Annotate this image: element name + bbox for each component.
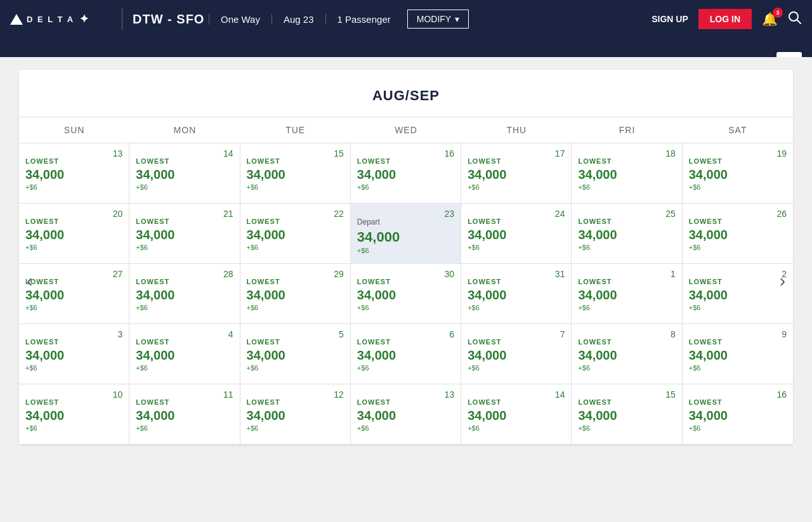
cell-type-label: LOWEST bbox=[25, 398, 59, 406]
calendar-cell[interactable]: 18LOWEST34,000+$6 bbox=[572, 143, 682, 204]
calendar-cell[interactable]: 25LOWEST34,000+$6 bbox=[572, 204, 682, 264]
cell-price: 34,000 bbox=[468, 167, 506, 182]
cell-price: 34,000 bbox=[578, 288, 617, 303]
calendar-cell[interactable]: 1LOWEST34,000+$6 bbox=[572, 264, 682, 324]
cell-price: 34,000 bbox=[578, 348, 617, 363]
login-button[interactable]: LOG IN bbox=[698, 9, 752, 29]
cell-fee: +$6 bbox=[357, 424, 369, 432]
calendar-cell[interactable]: 15LOWEST34,000+$6 bbox=[240, 143, 351, 204]
cell-date-number: 14 bbox=[223, 148, 233, 159]
passengers-item[interactable]: 1 Passenger bbox=[326, 14, 402, 25]
cell-fee: +$6 bbox=[468, 364, 480, 372]
cell-type-label: LOWEST bbox=[136, 218, 169, 225]
cell-fee: +$6 bbox=[25, 244, 37, 251]
calendar-cell[interactable]: 14LOWEST34,000+$6 bbox=[129, 143, 240, 204]
cell-type-label: LOWEST bbox=[247, 157, 280, 165]
cell-type-label: LOWEST bbox=[357, 338, 391, 346]
calendar-cell[interactable]: 19LOWEST34,000+$6 bbox=[683, 143, 793, 204]
cell-price: 34,000 bbox=[689, 228, 728, 242]
cell-date-number: 10 bbox=[113, 389, 123, 400]
cell-fee: +$6 bbox=[247, 364, 259, 372]
cell-type-label: LOWEST bbox=[578, 157, 612, 165]
calendar-cell[interactable]: 5LOWEST34,000+$6 bbox=[240, 324, 351, 384]
cell-price: 34,000 bbox=[357, 229, 400, 245]
calendar-cell[interactable]: 9LOWEST34,000+$6 bbox=[683, 324, 793, 384]
date-item[interactable]: Aug 23 bbox=[272, 14, 326, 25]
cell-fee: +$6 bbox=[468, 183, 480, 191]
calendar-cell[interactable]: 15LOWEST34,000+$6 bbox=[572, 384, 682, 445]
calendar-cell[interactable]: 30LOWEST34,000+$6 bbox=[351, 264, 461, 324]
cell-type-label: LOWEST bbox=[578, 338, 612, 346]
day-header-mon: MON bbox=[129, 117, 240, 143]
calendar-cell[interactable]: 10LOWEST34,000+$6 bbox=[19, 384, 129, 445]
calendar-cell[interactable]: 11LOWEST34,000+$6 bbox=[129, 384, 240, 445]
search-icon[interactable] bbox=[788, 11, 802, 28]
calendar-cell[interactable]: 23Depart34,000+$6 bbox=[351, 204, 461, 264]
calendar-cell[interactable]: 6LOWEST34,000+$6 bbox=[351, 324, 461, 384]
cell-price: 34,000 bbox=[247, 228, 285, 242]
cell-date-number: 25 bbox=[665, 209, 676, 219]
calendar-cell[interactable]: 13LOWEST34,000+$6 bbox=[19, 143, 129, 204]
calendar-cell[interactable]: 4LOWEST34,000+$6 bbox=[129, 324, 240, 384]
calendar-cell[interactable]: 13LOWEST34,000+$6 bbox=[351, 384, 461, 445]
calendar-cell[interactable]: 17LOWEST34,000+$6 bbox=[461, 143, 572, 204]
cell-price: 34,000 bbox=[357, 167, 396, 182]
cell-price: 34,000 bbox=[247, 348, 285, 363]
calendar-cell[interactable]: 26LOWEST34,000+$6 bbox=[683, 204, 793, 264]
notification-badge: 3 bbox=[773, 8, 783, 18]
modify-button[interactable]: MODIFY ▾ bbox=[407, 10, 469, 29]
cell-date-number: 14 bbox=[555, 389, 565, 400]
day-header-sat: SAT bbox=[683, 117, 793, 143]
cell-price: 34,000 bbox=[25, 408, 64, 423]
sub-header-button[interactable] bbox=[776, 52, 802, 57]
cell-fee: +$6 bbox=[689, 244, 701, 251]
cell-fee: +$6 bbox=[247, 424, 259, 432]
next-month-button[interactable]: › bbox=[773, 264, 792, 297]
cell-type-label: LOWEST bbox=[357, 398, 391, 406]
cell-type-label: LOWEST bbox=[689, 278, 723, 285]
cell-price: 34,000 bbox=[136, 167, 174, 182]
calendar-wrapper: ‹ › SUNMONTUEWEDTHUFRISAT 13LOWEST34,000… bbox=[19, 117, 793, 445]
cell-type-label: LOWEST bbox=[25, 157, 59, 165]
cell-fee: +$6 bbox=[689, 183, 701, 191]
calendar-cell[interactable]: 31LOWEST34,000+$6 bbox=[461, 264, 572, 324]
calendar-cell[interactable]: 20LOWEST34,000+$6 bbox=[19, 204, 129, 264]
cell-type-label: LOWEST bbox=[136, 398, 169, 406]
cell-date-number: 31 bbox=[555, 269, 565, 279]
calendar-cell[interactable]: 16LOWEST34,000+$6 bbox=[683, 384, 793, 445]
cell-type-label: LOWEST bbox=[136, 338, 169, 346]
calendar-cell[interactable]: 29LOWEST34,000+$6 bbox=[240, 264, 351, 324]
cell-type-label: LOWEST bbox=[689, 338, 723, 346]
cell-date-number: 7 bbox=[560, 329, 565, 339]
cell-type-label: LOWEST bbox=[468, 278, 501, 285]
cell-fee: +$6 bbox=[689, 304, 701, 311]
calendar-cell[interactable]: 28LOWEST34,000+$6 bbox=[129, 264, 240, 324]
calendar-cell[interactable]: 3LOWEST34,000+$6 bbox=[19, 324, 129, 384]
cell-date-number: 8 bbox=[671, 329, 676, 339]
logo-star-icon: ✦ bbox=[79, 12, 90, 26]
cell-date-number: 17 bbox=[555, 148, 565, 159]
calendar-cell[interactable]: 12LOWEST34,000+$6 bbox=[240, 384, 351, 445]
cell-date-number: 23 bbox=[445, 209, 455, 219]
notification-bell[interactable]: 🔔 3 bbox=[762, 11, 778, 27]
cell-fee: +$6 bbox=[136, 304, 148, 311]
signup-label: SIGN UP bbox=[652, 14, 688, 24]
calendar-cell[interactable]: 16LOWEST34,000+$6 bbox=[351, 143, 461, 204]
prev-month-button[interactable]: ‹ bbox=[20, 264, 39, 297]
cell-fee: +$6 bbox=[468, 304, 480, 311]
route-text: DTW - SFO bbox=[133, 12, 204, 26]
cell-price: 34,000 bbox=[247, 408, 285, 423]
calendar-cell[interactable]: 14LOWEST34,000+$6 bbox=[461, 384, 572, 445]
calendar-cell[interactable]: 8LOWEST34,000+$6 bbox=[572, 324, 682, 384]
calendar-cell[interactable]: 21LOWEST34,000+$6 bbox=[129, 204, 240, 264]
cell-date-number: 30 bbox=[445, 269, 455, 279]
cell-fee: +$6 bbox=[136, 424, 148, 432]
signup-button[interactable]: SIGN UP bbox=[652, 14, 688, 24]
trip-type-item[interactable]: One Way bbox=[209, 14, 272, 25]
cell-date-number: 21 bbox=[223, 209, 233, 219]
calendar-cell[interactable]: 22LOWEST34,000+$6 bbox=[240, 204, 351, 264]
calendar-cell[interactable]: 24LOWEST34,000+$6 bbox=[461, 204, 572, 264]
cell-fee: +$6 bbox=[578, 424, 590, 432]
calendar-cell[interactable]: 7LOWEST34,000+$6 bbox=[461, 324, 572, 384]
cell-fee: +$6 bbox=[578, 364, 590, 372]
